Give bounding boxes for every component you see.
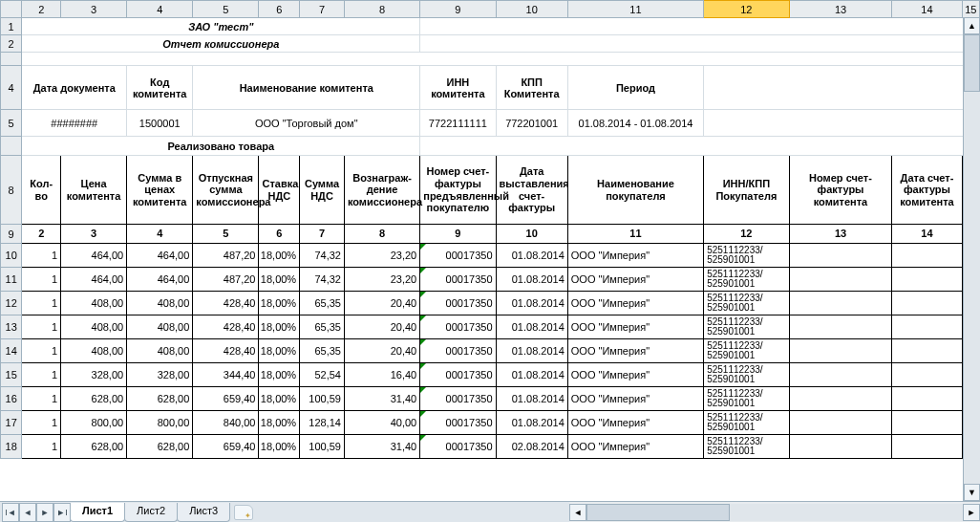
vertical-scrollbar[interactable]: ▲ ▼ — [963, 17, 980, 501]
row-header[interactable]: 12 — [1, 292, 22, 315]
col-header[interactable]: 2 — [22, 1, 61, 18]
cell-buyer[interactable]: ООО "Империя" — [567, 315, 703, 339]
cell-inv[interactable]: 00017350 — [420, 363, 496, 387]
col-header[interactable]: 14 — [892, 1, 962, 18]
cell-inv[interactable]: 00017350 — [420, 387, 496, 411]
value-period[interactable]: 01.08.2014 - 01.08.2014 — [567, 110, 703, 137]
col-header[interactable]: 9 — [420, 1, 496, 18]
cell-fee[interactable]: 23,20 — [344, 268, 419, 292]
cell-buyer[interactable]: ООО "Империя" — [567, 244, 703, 268]
cell-price[interactable]: 408,00 — [61, 315, 127, 339]
cell-fee[interactable]: 40,00 — [344, 411, 419, 435]
cell-date-kom[interactable] — [892, 339, 962, 363]
cell-date[interactable]: 01.08.2014 — [496, 292, 567, 315]
cell-innkpp[interactable]: 5251112233/ 525901001 — [704, 268, 789, 292]
cell-innkpp[interactable]: 5251112233/ 525901001 — [704, 292, 789, 315]
cell-price[interactable]: 408,00 — [61, 292, 127, 315]
cell-inv-kom[interactable] — [789, 268, 892, 292]
cell-rate[interactable]: 18,00% — [259, 315, 300, 339]
cell-sum[interactable]: 408,00 — [127, 339, 193, 363]
row-header[interactable]: 2 — [1, 35, 22, 53]
row-header[interactable]: 17 — [1, 411, 22, 435]
cell-price[interactable]: 628,00 — [61, 435, 127, 459]
cell-qty[interactable]: 1 — [22, 435, 61, 459]
cell-date-kom[interactable] — [892, 268, 962, 292]
cell-inv-kom[interactable] — [789, 363, 892, 387]
cell-qty[interactable]: 1 — [22, 315, 61, 339]
cell-qty[interactable]: 1 — [22, 363, 61, 387]
cell-vat[interactable]: 128,14 — [300, 411, 345, 435]
cell-date[interactable]: 01.08.2014 — [496, 339, 567, 363]
new-sheet-icon[interactable] — [234, 505, 253, 520]
cell-rel[interactable]: 428,40 — [193, 315, 259, 339]
cell-fee[interactable]: 16,40 — [344, 363, 419, 387]
cell-inv[interactable]: 00017350 — [420, 315, 496, 339]
cell-sum[interactable]: 464,00 — [127, 244, 193, 268]
cell-date[interactable]: 01.08.2014 — [496, 387, 567, 411]
cell-buyer[interactable]: ООО "Империя" — [567, 411, 703, 435]
cell-price[interactable]: 408,00 — [61, 339, 127, 363]
value-kom-name[interactable]: ООО "Торговый дом" — [193, 110, 420, 137]
cell-inv-kom[interactable] — [789, 411, 892, 435]
cell-sum[interactable]: 800,00 — [127, 411, 193, 435]
cell-price[interactable]: 464,00 — [61, 268, 127, 292]
cell-rel[interactable]: 659,40 — [193, 387, 259, 411]
cell-buyer[interactable]: ООО "Империя" — [567, 292, 703, 315]
cell-innkpp[interactable]: 5251112233/ 525901001 — [704, 387, 789, 411]
cell-rel[interactable]: 659,40 — [193, 435, 259, 459]
col-header[interactable]: 3 — [61, 1, 127, 18]
cell-vat[interactable]: 65,35 — [300, 339, 345, 363]
col-header[interactable]: 5 — [193, 1, 259, 18]
cell-inv[interactable]: 00017350 — [420, 268, 496, 292]
col-header[interactable]: 11 — [567, 1, 703, 18]
row-header[interactable]: 16 — [1, 387, 22, 411]
cell-rate[interactable]: 18,00% — [259, 411, 300, 435]
cell-buyer[interactable]: ООО "Империя" — [567, 268, 703, 292]
cell-sum[interactable]: 408,00 — [127, 292, 193, 315]
value-inn[interactable]: 7722111111 — [420, 110, 496, 137]
cell-innkpp[interactable]: 5251112233/ 525901001 — [704, 244, 789, 268]
row-header[interactable]: 11 — [1, 268, 22, 292]
cell-date[interactable]: 01.08.2014 — [496, 363, 567, 387]
cell-rate[interactable]: 18,00% — [259, 387, 300, 411]
row-header[interactable] — [1, 53, 22, 66]
cell-rate[interactable]: 18,00% — [259, 292, 300, 315]
cell-inv-kom[interactable] — [789, 387, 892, 411]
row-header[interactable]: 15 — [1, 363, 22, 387]
cell-rate[interactable]: 18,00% — [259, 268, 300, 292]
row-header[interactable]: 8 — [1, 156, 22, 225]
scroll-up-icon[interactable]: ▲ — [964, 17, 980, 34]
cell-fee[interactable]: 20,40 — [344, 292, 419, 315]
cell-fee[interactable]: 31,40 — [344, 387, 419, 411]
cell-rel[interactable]: 428,40 — [193, 339, 259, 363]
row-header[interactable]: 9 — [1, 225, 22, 244]
row-header[interactable] — [1, 137, 22, 156]
cell-rate[interactable]: 18,00% — [259, 339, 300, 363]
cell-qty[interactable]: 1 — [22, 387, 61, 411]
cell-price[interactable]: 800,00 — [61, 411, 127, 435]
cell-qty[interactable]: 1 — [22, 244, 61, 268]
cell-date[interactable]: 01.08.2014 — [496, 315, 567, 339]
cell-date[interactable]: 02.08.2014 — [496, 435, 567, 459]
cell-vat[interactable]: 52,54 — [300, 363, 345, 387]
col-header[interactable]: 6 — [259, 1, 300, 18]
cell-rel[interactable]: 487,20 — [193, 244, 259, 268]
cell-inv-kom[interactable] — [789, 339, 892, 363]
cell-inv[interactable]: 00017350 — [420, 411, 496, 435]
value-kpp[interactable]: 772201001 — [496, 110, 567, 137]
value-doc-date[interactable]: ######## — [22, 110, 127, 137]
col-header[interactable]: 10 — [496, 1, 567, 18]
cell-inv[interactable]: 00017350 — [420, 339, 496, 363]
cell-vat[interactable]: 74,32 — [300, 244, 345, 268]
cell-fee[interactable]: 20,40 — [344, 315, 419, 339]
col-header[interactable]: 4 — [127, 1, 193, 18]
cell-sum[interactable]: 628,00 — [127, 435, 193, 459]
row-header[interactable]: 5 — [1, 110, 22, 137]
cell-vat[interactable]: 100,59 — [300, 435, 345, 459]
row-header[interactable]: 10 — [1, 244, 22, 268]
cell-rel[interactable]: 344,40 — [193, 363, 259, 387]
scroll-right-icon[interactable]: ► — [963, 504, 980, 521]
cell-inv[interactable]: 00017350 — [420, 244, 496, 268]
col-header[interactable]: 13 — [789, 1, 892, 18]
horizontal-scrollbar[interactable]: ◄ ► — [569, 501, 980, 522]
